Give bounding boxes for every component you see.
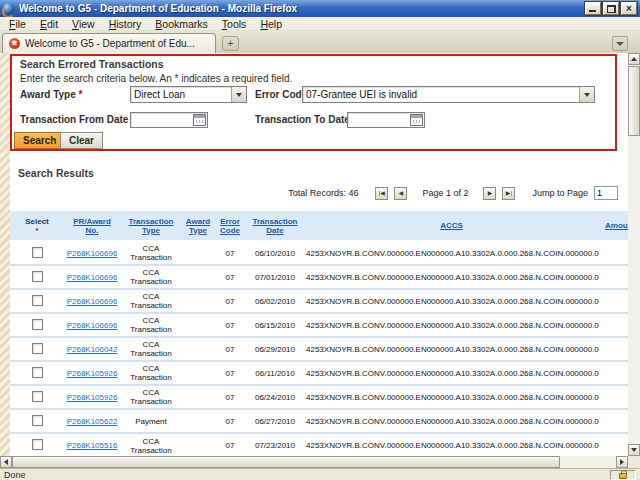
scroll-right-button[interactable] bbox=[616, 456, 628, 468]
scroll-left-button[interactable] bbox=[0, 456, 12, 468]
column-header-award-type: Award Type bbox=[182, 211, 214, 241]
accs-cell: 4253XNOYR.B.CONV.000000.EN000000.A10.330… bbox=[304, 241, 599, 265]
results-table: Select * PR/Award No. Transaction Type A… bbox=[10, 211, 628, 456]
pr-award-link[interactable]: P268K106696 bbox=[67, 321, 118, 330]
table-row: P268K106696 CCA Transaction 07 06/15/201… bbox=[10, 313, 628, 337]
horizontal-scroll-thumb[interactable] bbox=[12, 456, 560, 468]
amount-cell: $82, bbox=[599, 409, 628, 433]
error-code-cell: 07 bbox=[214, 361, 246, 385]
scroll-down-button[interactable] bbox=[628, 444, 640, 456]
browser-window: Welcome to G5 - Department of Education … bbox=[0, 0, 640, 480]
menu-help[interactable]: Help bbox=[253, 18, 289, 30]
pr-award-cell: P268K105926 bbox=[64, 385, 120, 409]
table-row: P268K106696 CCA Transaction 07 06/02/201… bbox=[10, 289, 628, 313]
pr-award-link[interactable]: P268K105926 bbox=[67, 393, 118, 402]
calendar-icon[interactable] bbox=[410, 114, 423, 126]
clear-button[interactable]: Clear bbox=[60, 132, 103, 149]
next-page-button[interactable]: ▶ bbox=[483, 187, 496, 200]
close-button[interactable]: × bbox=[621, 2, 637, 15]
pr-award-link[interactable]: P268K105926 bbox=[67, 369, 118, 378]
pr-award-link[interactable]: P268K106696 bbox=[67, 273, 118, 282]
select-cell bbox=[10, 361, 64, 385]
window-title: Welcome to G5 - Department of Education … bbox=[19, 3, 585, 14]
select-cell bbox=[10, 265, 64, 289]
horizontal-scrollbar[interactable] bbox=[0, 456, 628, 468]
menu-bookmarks[interactable]: Bookmarks bbox=[148, 18, 215, 30]
award-type-cell bbox=[182, 385, 214, 409]
error-code-select[interactable]: 07-Grantee UEI is invalid bbox=[302, 86, 595, 103]
award-type-label: Award Type * bbox=[20, 89, 82, 100]
jump-to-page-input[interactable] bbox=[594, 186, 618, 200]
arrow-down-icon bbox=[631, 448, 637, 452]
pr-award-cell: P268K106696 bbox=[64, 241, 120, 265]
row-select-checkbox[interactable] bbox=[32, 247, 43, 258]
jump-to-page-label: Jump to Page bbox=[532, 188, 588, 198]
award-type-select[interactable]: Direct Loan bbox=[130, 86, 247, 103]
award-type-cell bbox=[182, 313, 214, 337]
transaction-type-cell: Payment bbox=[120, 409, 182, 433]
restore-button[interactable] bbox=[603, 2, 619, 15]
row-select-checkbox[interactable] bbox=[32, 439, 43, 450]
last-page-button[interactable]: ▶| bbox=[502, 187, 515, 200]
new-tab-button[interactable]: + bbox=[222, 36, 239, 51]
firefox-icon bbox=[3, 3, 14, 14]
row-select-checkbox[interactable] bbox=[32, 391, 43, 402]
column-header-pr-award-no: PR/Award No. bbox=[64, 211, 120, 241]
row-select-checkbox[interactable] bbox=[32, 415, 43, 426]
titlebar[interactable]: Welcome to G5 - Department of Education … bbox=[0, 0, 640, 17]
vertical-scrollbar[interactable] bbox=[628, 53, 640, 456]
pr-award-link[interactable]: P268K105622 bbox=[67, 417, 118, 426]
menu-tools[interactable]: Tools bbox=[215, 18, 254, 30]
transaction-date-cell: 07/23/2010 bbox=[246, 433, 304, 456]
amount-cell: $2,5 bbox=[599, 361, 628, 385]
row-select-checkbox[interactable] bbox=[32, 367, 43, 378]
from-date-field[interactable] bbox=[130, 112, 208, 128]
from-date-label: Transaction From Date bbox=[20, 114, 128, 125]
calendar-icon[interactable] bbox=[193, 114, 206, 126]
menu-file[interactable]: File bbox=[2, 18, 33, 30]
minimize-button[interactable] bbox=[585, 2, 601, 15]
accs-cell: 4253XNOYR.B.CONV.000000.EN000000.A10.330… bbox=[304, 289, 599, 313]
pr-award-link[interactable]: P268K106042 bbox=[67, 345, 118, 354]
accs-cell: 4253XNOYR.B.CONV.000000.EN000000.A10.330… bbox=[304, 385, 599, 409]
column-header-error-code: Error Code bbox=[214, 211, 246, 241]
security-panel[interactable] bbox=[610, 470, 636, 480]
required-asterisk: * bbox=[79, 89, 83, 100]
pr-award-cell: P268K106696 bbox=[64, 289, 120, 313]
first-page-button[interactable]: |◀ bbox=[375, 187, 388, 200]
dropdown-arrow-icon[interactable] bbox=[579, 87, 594, 102]
menubar: FileEditViewHistoryBookmarksToolsHelp bbox=[0, 17, 640, 31]
pr-award-link[interactable]: P268K105516 bbox=[67, 441, 118, 450]
error-code-cell: 07 bbox=[214, 337, 246, 361]
list-all-tabs-button[interactable] bbox=[612, 36, 628, 51]
page-content: Search Errored Transactions Enter the se… bbox=[0, 53, 628, 456]
transaction-type-cell: CCA Transaction bbox=[120, 433, 182, 456]
row-select-checkbox[interactable] bbox=[32, 295, 43, 306]
column-header-select: Select * bbox=[10, 211, 64, 241]
menu-history[interactable]: History bbox=[102, 18, 149, 30]
restore-icon bbox=[607, 5, 616, 13]
vertical-scroll-thumb[interactable] bbox=[628, 66, 640, 136]
row-select-checkbox[interactable] bbox=[32, 343, 43, 354]
pr-award-link[interactable]: P268K106696 bbox=[67, 297, 118, 306]
dropdown-arrow-icon[interactable] bbox=[231, 87, 246, 102]
select-cell bbox=[10, 313, 64, 337]
scroll-up-button[interactable] bbox=[628, 53, 640, 65]
search-button[interactable]: Search bbox=[14, 132, 65, 149]
row-select-checkbox[interactable] bbox=[32, 319, 43, 330]
pr-award-cell: P268K105516 bbox=[64, 433, 120, 456]
table-row: P268K106696 CCA Transaction 07 07/01/201… bbox=[10, 265, 628, 289]
table-row: P268K105516 CCA Transaction 07 07/23/201… bbox=[10, 433, 628, 456]
row-select-checkbox[interactable] bbox=[32, 271, 43, 282]
tab-welcome-g5[interactable]: Welcome to G5 - Department of Edu... bbox=[2, 33, 216, 53]
column-header-amount: Amount bbox=[599, 211, 628, 241]
to-date-field[interactable] bbox=[347, 112, 425, 128]
prev-page-button[interactable]: ◀ bbox=[394, 187, 407, 200]
menu-view[interactable]: View bbox=[65, 18, 102, 30]
transaction-type-cell: CCA Transaction bbox=[120, 385, 182, 409]
award-type-cell bbox=[182, 241, 214, 265]
pr-award-cell: P268K106696 bbox=[64, 265, 120, 289]
statusbar: Done bbox=[0, 468, 640, 480]
menu-edit[interactable]: Edit bbox=[33, 18, 65, 30]
pr-award-link[interactable]: P268K106696 bbox=[67, 249, 118, 258]
